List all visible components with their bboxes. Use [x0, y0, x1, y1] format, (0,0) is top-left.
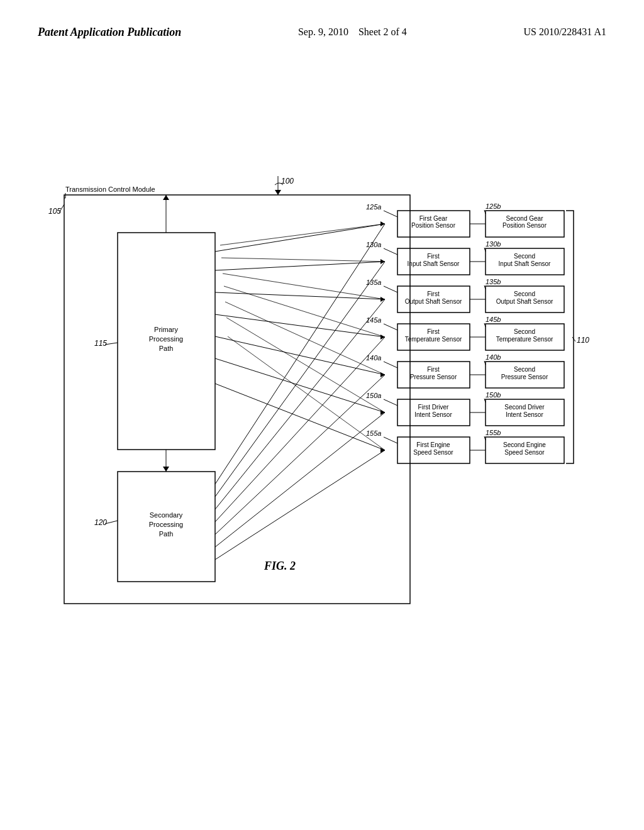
svg-marker-50 [163, 467, 169, 472]
diagram-svg: First Gear Position Sensor First Input S… [38, 176, 619, 667]
svg-line-17 [215, 224, 385, 252]
sheet-info: Sheet 2 of 4 [358, 26, 407, 37]
svg-text:150a: 150a [366, 392, 381, 399]
svg-line-115 [384, 399, 397, 406]
svg-text:Path: Path [159, 530, 174, 538]
svg-text:100: 100 [281, 177, 294, 185]
svg-line-109 [384, 286, 397, 292]
svg-text:140a: 140a [366, 354, 381, 362]
svg-text:Second Driver: Second Driver [504, 404, 545, 411]
svg-line-34 [215, 337, 385, 522]
svg-text:Output Shaft Sensor: Output Shaft Sensor [405, 298, 462, 305]
page-header: Patent Application Publication Sep. 9, 2… [38, 25, 606, 40]
svg-text:First: First [427, 253, 440, 260]
svg-text:First Gear: First Gear [419, 215, 448, 222]
svg-line-105 [384, 211, 397, 217]
svg-text:Pressure Sensor: Pressure Sensor [501, 374, 548, 380]
svg-text:Position Sensor: Position Sensor [411, 222, 456, 229]
svg-line-52 [221, 258, 385, 262]
svg-text:Processing: Processing [149, 521, 183, 528]
svg-text:Path: Path [159, 345, 174, 352]
svg-text:Second Engine: Second Engine [503, 441, 546, 448]
svg-text:First: First [427, 366, 440, 373]
svg-text:135b: 135b [486, 278, 501, 285]
svg-text:120: 120 [94, 518, 107, 527]
svg-text:Intent Sensor: Intent Sensor [506, 411, 543, 418]
svg-text:Primary: Primary [154, 326, 178, 333]
svg-marker-48 [163, 195, 169, 200]
svg-text:Transmission Control Module: Transmission Control Module [65, 185, 155, 193]
svg-marker-46 [275, 190, 281, 195]
svg-line-113 [384, 362, 397, 368]
svg-line-37 [215, 450, 385, 560]
svg-text:105: 105 [48, 207, 61, 216]
svg-text:130b: 130b [486, 240, 501, 248]
svg-text:155b: 155b [486, 429, 501, 436]
svg-text:First Engine: First Engine [416, 441, 450, 448]
svg-text:First: First [427, 328, 440, 335]
svg-text:Output Shaft Sensor: Output Shaft Sensor [496, 298, 553, 305]
svg-line-56 [226, 318, 385, 412]
svg-text:145a: 145a [366, 316, 381, 324]
svg-text:145b: 145b [486, 316, 501, 323]
patent-publication-title: Patent Application Publication [38, 25, 181, 40]
svg-text:Position Sensor: Position Sensor [502, 222, 547, 229]
svg-text:Second Gear: Second Gear [506, 215, 544, 222]
svg-text:Input Shaft Sensor: Input Shaft Sensor [408, 260, 460, 267]
svg-line-51 [220, 224, 385, 245]
page: Patent Application Publication Sep. 9, 2… [0, 0, 644, 830]
svg-text:125b: 125b [486, 202, 501, 210]
svg-line-117 [384, 437, 397, 443]
svg-line-107 [384, 248, 397, 255]
svg-text:Input Shaft Sensor: Input Shaft Sensor [499, 260, 552, 267]
svg-text:First Driver: First Driver [418, 404, 450, 411]
svg-text:Secondary: Secondary [150, 511, 183, 519]
svg-text:Processing: Processing [149, 335, 183, 343]
svg-line-25 [215, 336, 385, 375]
figure-label: FIG. 2 [264, 560, 296, 573]
svg-text:150b: 150b [486, 391, 501, 399]
svg-text:Second: Second [514, 290, 535, 297]
svg-text:125a: 125a [366, 203, 381, 211]
publication-date: Sep. 9, 2010 [298, 26, 348, 37]
svg-line-31 [215, 224, 385, 484]
svg-line-53 [223, 274, 385, 299]
svg-line-55 [225, 302, 385, 375]
svg-text:Second: Second [514, 366, 535, 373]
patent-diagram: First Gear Position Sensor First Input S… [38, 176, 619, 667]
svg-text:Second: Second [514, 328, 535, 335]
svg-text:130a: 130a [366, 241, 381, 248]
publication-number: US 2010/228431 A1 [523, 25, 606, 39]
svg-text:Second: Second [514, 253, 535, 260]
svg-text:110: 110 [577, 336, 589, 345]
svg-text:Temperature Sensor: Temperature Sensor [496, 336, 553, 343]
svg-text:Temperature Sensor: Temperature Sensor [405, 336, 462, 343]
svg-line-54 [224, 286, 385, 337]
svg-text:First: First [427, 290, 440, 297]
svg-line-21 [215, 292, 385, 299]
svg-line-111 [384, 324, 397, 330]
svg-text:140b: 140b [486, 353, 501, 361]
svg-rect-0 [64, 195, 410, 604]
svg-line-57 [228, 336, 385, 450]
svg-text:Speed Sensor: Speed Sensor [504, 449, 545, 456]
svg-text:135a: 135a [366, 279, 381, 286]
svg-line-29 [215, 384, 385, 450]
svg-line-23 [215, 314, 385, 337]
svg-line-36 [215, 412, 385, 547]
svg-line-35 [215, 375, 385, 534]
header-date-sheet: Sep. 9, 2010 Sheet 2 of 4 [298, 25, 407, 39]
svg-text:Intent Sensor: Intent Sensor [414, 411, 452, 418]
svg-text:Speed Sensor: Speed Sensor [413, 449, 453, 456]
svg-text:115: 115 [94, 339, 107, 348]
svg-text:Pressure Sensor: Pressure Sensor [410, 374, 457, 380]
svg-line-32 [215, 262, 385, 497]
svg-text:155a: 155a [366, 429, 381, 437]
